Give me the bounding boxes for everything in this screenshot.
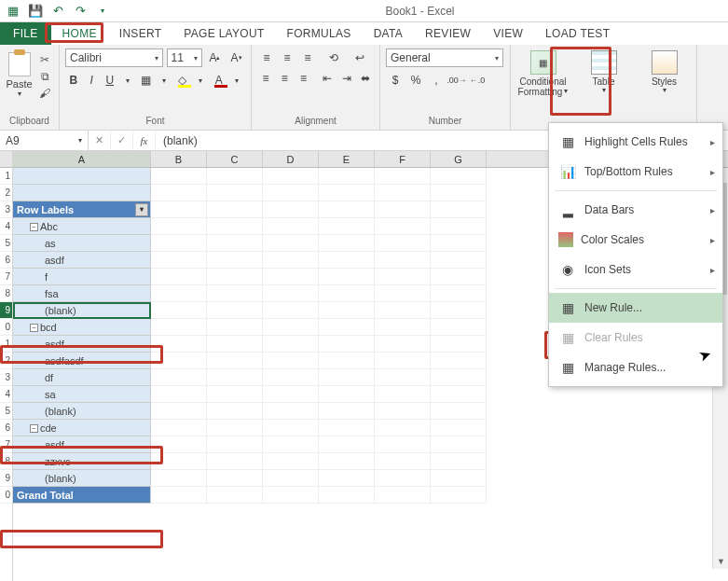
cell[interactable] (151, 470, 207, 487)
cell[interactable] (431, 235, 487, 252)
grow-font-icon[interactable]: A▴ (206, 48, 224, 67)
cell[interactable] (375, 420, 431, 436)
cell[interactable] (319, 285, 375, 302)
cell[interactable] (431, 386, 487, 403)
cell[interactable] (263, 168, 319, 185)
cell[interactable] (431, 168, 487, 185)
align-center-icon[interactable]: ≡ (276, 69, 293, 88)
cell-a[interactable]: −Abc (13, 218, 151, 235)
cell[interactable] (263, 201, 319, 218)
cell[interactable] (431, 453, 487, 470)
cell[interactable] (263, 252, 319, 269)
tab-home[interactable]: HOME (51, 22, 108, 45)
cf-icon-sets[interactable]: ◉Icon Sets (549, 255, 722, 284)
cell[interactable] (207, 218, 263, 235)
row-header[interactable]: 6 (0, 252, 12, 269)
font-size-combo[interactable]: 11▾ (167, 48, 202, 67)
cell[interactable] (151, 269, 207, 285)
cf-top-bottom[interactable]: 📊Top/Bottom Rules (549, 157, 722, 187)
cell[interactable] (319, 218, 375, 235)
cell[interactable] (375, 302, 431, 319)
cell[interactable] (263, 403, 319, 420)
cell[interactable] (151, 369, 207, 386)
cell[interactable] (375, 252, 431, 269)
enter-formula-icon[interactable]: ✓ (111, 131, 133, 150)
cell[interactable] (263, 336, 319, 353)
undo-icon[interactable]: ↶ (48, 3, 67, 20)
cell[interactable] (431, 252, 487, 269)
row-header[interactable]: 4 (0, 218, 12, 235)
cell[interactable] (319, 353, 375, 369)
row-header[interactable]: 3 (0, 201, 12, 218)
tab-formulas[interactable]: FORMULAS (276, 22, 363, 45)
underline-button[interactable]: U (102, 71, 118, 90)
cell[interactable] (207, 369, 263, 386)
cell[interactable] (151, 420, 207, 436)
cell-styles-button[interactable]: Styles▾ (638, 50, 691, 106)
row-header[interactable]: 8 (0, 453, 12, 470)
cell-a[interactable]: sa (13, 386, 151, 403)
align-top-icon[interactable]: ≡ (257, 48, 276, 67)
cell[interactable] (151, 218, 207, 235)
cell[interactable] (431, 302, 487, 319)
cell[interactable] (151, 285, 207, 302)
cell[interactable] (263, 453, 319, 470)
cell[interactable] (207, 436, 263, 453)
cell[interactable] (263, 420, 319, 436)
percent-icon[interactable]: % (406, 71, 425, 90)
cell[interactable] (319, 420, 375, 436)
cell[interactable] (207, 201, 263, 218)
cell[interactable] (319, 470, 375, 487)
row-header[interactable]: 7 (0, 436, 12, 453)
collapse-icon[interactable]: − (30, 223, 38, 231)
borders-dropdown[interactable]: ▾ (157, 71, 173, 90)
cell[interactable] (375, 285, 431, 302)
cell[interactable] (263, 302, 319, 319)
cell[interactable] (207, 470, 263, 487)
cell[interactable] (207, 285, 263, 302)
fill-color-button[interactable]: ◇ (174, 71, 191, 90)
decrease-indent-icon[interactable]: ⇤ (319, 69, 336, 88)
fill-color-dropdown[interactable]: ▾ (193, 71, 210, 90)
cell[interactable] (375, 403, 431, 420)
align-bottom-icon[interactable]: ≡ (298, 48, 317, 67)
cell[interactable] (207, 420, 263, 436)
cell[interactable] (207, 353, 263, 369)
cell[interactable] (207, 487, 263, 504)
cell[interactable] (319, 235, 375, 252)
cell[interactable] (207, 336, 263, 353)
cell[interactable] (263, 487, 319, 504)
cell[interactable] (431, 336, 487, 353)
cell-a[interactable]: −bcd (13, 319, 151, 336)
cell[interactable] (151, 168, 207, 185)
decrease-decimal-icon[interactable]: ←.0 (468, 71, 487, 90)
tab-data[interactable]: DATA (363, 22, 414, 45)
column-header-G[interactable]: G (431, 151, 487, 167)
cell-a[interactable]: asdf (13, 436, 151, 453)
cell-a[interactable]: asdf (13, 336, 151, 353)
column-header-E[interactable]: E (319, 151, 375, 167)
cell[interactable] (319, 252, 375, 269)
cell[interactable] (319, 487, 375, 504)
cut-icon[interactable]: ✂ (36, 52, 53, 67)
cell-a[interactable]: −cde (13, 420, 151, 436)
row-header[interactable]: 8 (0, 285, 12, 302)
column-header-A[interactable]: A (13, 151, 151, 167)
row-header[interactable]: 4 (0, 386, 12, 403)
cell[interactable] (431, 285, 487, 302)
row-header[interactable]: 6 (0, 420, 12, 436)
number-format-combo[interactable]: General▾ (386, 48, 503, 67)
cell[interactable] (375, 235, 431, 252)
row-header[interactable]: 9 (0, 470, 12, 487)
cell[interactable] (431, 218, 487, 235)
font-color-dropdown[interactable]: ▾ (229, 71, 246, 90)
redo-icon[interactable]: ↷ (71, 3, 89, 20)
column-header-D[interactable]: D (263, 151, 319, 167)
column-header-F[interactable]: F (375, 151, 431, 167)
cell[interactable] (263, 470, 319, 487)
row-header[interactable]: 3 (0, 369, 12, 386)
select-all-corner[interactable] (0, 151, 12, 168)
cell-a[interactable] (13, 168, 151, 185)
cell[interactable] (207, 453, 263, 470)
column-header-C[interactable]: C (207, 151, 263, 167)
